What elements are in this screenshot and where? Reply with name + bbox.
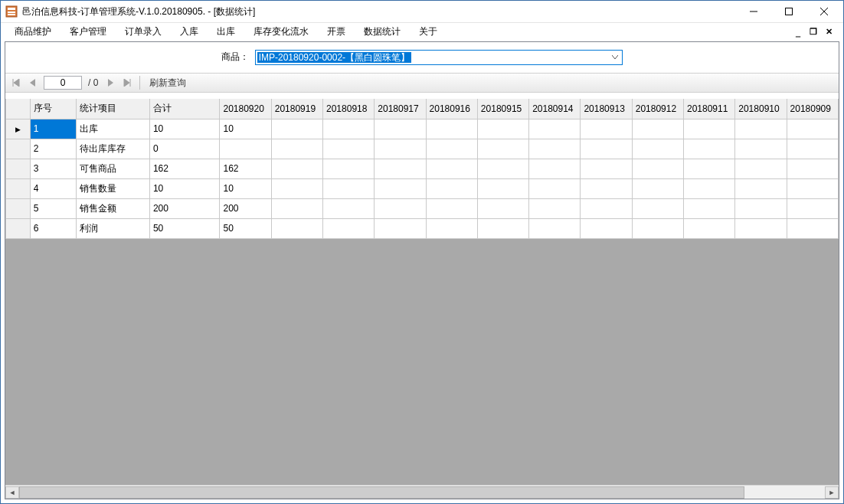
menu-item[interactable]: 订单录入 [116, 23, 171, 41]
cell[interactable] [735, 198, 787, 218]
cell[interactable] [323, 119, 375, 139]
menu-item[interactable]: 开票 [318, 23, 355, 41]
cell[interactable]: 销售数量 [76, 178, 149, 198]
cell[interactable]: 0 [149, 139, 220, 159]
cell[interactable] [787, 218, 838, 238]
row-header[interactable] [6, 198, 31, 218]
cell[interactable] [271, 119, 322, 139]
cell[interactable]: 待出库库存 [76, 139, 149, 159]
scroll-thumb[interactable] [19, 486, 744, 499]
cell[interactable] [477, 139, 528, 159]
cell[interactable] [271, 159, 322, 178]
cell[interactable] [632, 178, 683, 198]
cell[interactable]: 200 [220, 198, 271, 218]
cell[interactable] [426, 198, 477, 218]
scroll-left-icon[interactable]: ◄ [5, 486, 19, 499]
cell[interactable] [323, 198, 375, 218]
cell[interactable] [477, 198, 528, 218]
col-header[interactable]: 20180914 [529, 99, 581, 119]
cell[interactable] [632, 139, 683, 159]
cell[interactable] [529, 119, 581, 139]
col-header[interactable]: 统计项目 [76, 99, 149, 119]
table-row[interactable]: 6利润5050 [6, 218, 839, 238]
menu-item[interactable]: 入库 [171, 23, 208, 41]
cell[interactable]: 5 [30, 198, 76, 218]
row-header[interactable] [6, 139, 31, 159]
col-header[interactable]: 20180916 [426, 99, 477, 119]
col-header[interactable]: 20180918 [323, 99, 375, 119]
cell[interactable]: 10 [149, 119, 220, 139]
cell[interactable] [581, 159, 632, 178]
cell[interactable] [632, 218, 683, 238]
cell[interactable] [683, 119, 734, 139]
cell[interactable]: 4 [30, 178, 76, 198]
menu-item[interactable]: 数据统计 [355, 23, 410, 41]
table-row[interactable]: 1出库1010 [6, 119, 839, 139]
cell[interactable]: 2 [30, 139, 76, 159]
cell[interactable]: 162 [220, 159, 271, 178]
maximize-button[interactable] [771, 1, 806, 22]
cell[interactable] [477, 119, 528, 139]
cell[interactable]: 50 [149, 218, 220, 238]
cell[interactable] [323, 139, 375, 159]
col-header[interactable]: 20180911 [683, 99, 734, 119]
col-header[interactable]: 20180919 [271, 99, 322, 119]
cell[interactable] [375, 139, 426, 159]
cell[interactable]: 162 [149, 159, 220, 178]
col-header[interactable]: 20180909 [787, 99, 838, 119]
cell[interactable] [683, 218, 734, 238]
cell[interactable] [581, 178, 632, 198]
cell[interactable] [683, 159, 734, 178]
nav-position-input[interactable]: 0 [44, 76, 82, 90]
cell[interactable]: 可售商品 [76, 159, 149, 178]
cell[interactable] [271, 218, 322, 238]
cell[interactable] [581, 198, 632, 218]
cell[interactable]: 6 [30, 218, 76, 238]
cell[interactable] [529, 198, 581, 218]
nav-last-button[interactable] [119, 75, 135, 90]
cell[interactable] [477, 218, 528, 238]
cell[interactable] [581, 218, 632, 238]
minimize-button[interactable] [736, 1, 771, 22]
mdi-restore-icon[interactable]: ❐ [808, 27, 819, 38]
cell[interactable] [477, 159, 528, 178]
horizontal-scrollbar[interactable]: ◄ ► [5, 485, 839, 499]
nav-first-button[interactable] [8, 75, 24, 90]
cell[interactable] [323, 218, 375, 238]
cell[interactable] [426, 159, 477, 178]
col-header[interactable]: 合计 [149, 99, 220, 119]
cell[interactable]: 10 [149, 178, 220, 198]
cell[interactable] [426, 178, 477, 198]
table-row[interactable]: 2待出库库存0 [6, 139, 839, 159]
row-header-corner[interactable] [6, 99, 31, 119]
cell[interactable] [375, 218, 426, 238]
cell[interactable] [787, 119, 838, 139]
cell[interactable] [426, 139, 477, 159]
col-header[interactable]: 20180920 [220, 99, 271, 119]
scroll-track[interactable] [19, 486, 825, 499]
col-header[interactable]: 20180915 [477, 99, 528, 119]
cell[interactable] [271, 139, 322, 159]
menu-item[interactable]: 商品维护 [5, 23, 61, 41]
cell[interactable]: 出库 [76, 119, 149, 139]
row-header[interactable] [6, 178, 31, 198]
menu-item[interactable]: 出库 [208, 23, 244, 41]
cell[interactable] [787, 159, 838, 178]
col-header[interactable]: 20180912 [632, 99, 683, 119]
cell[interactable] [683, 198, 734, 218]
row-header[interactable] [6, 159, 31, 178]
cell[interactable]: 利润 [76, 218, 149, 238]
cell[interactable] [529, 218, 581, 238]
table-row[interactable]: 4销售数量1010 [6, 178, 839, 198]
table-row[interactable]: 5销售金额200200 [6, 198, 839, 218]
cell[interactable]: 3 [30, 159, 76, 178]
cell[interactable]: 1 [30, 119, 76, 139]
col-header[interactable]: 序号 [30, 99, 76, 119]
cell[interactable] [220, 139, 271, 159]
cell[interactable] [375, 119, 426, 139]
menu-item[interactable]: 库存变化流水 [244, 23, 318, 41]
cell[interactable] [426, 218, 477, 238]
cell[interactable] [787, 178, 838, 198]
cell[interactable] [375, 198, 426, 218]
cell[interactable] [529, 178, 581, 198]
